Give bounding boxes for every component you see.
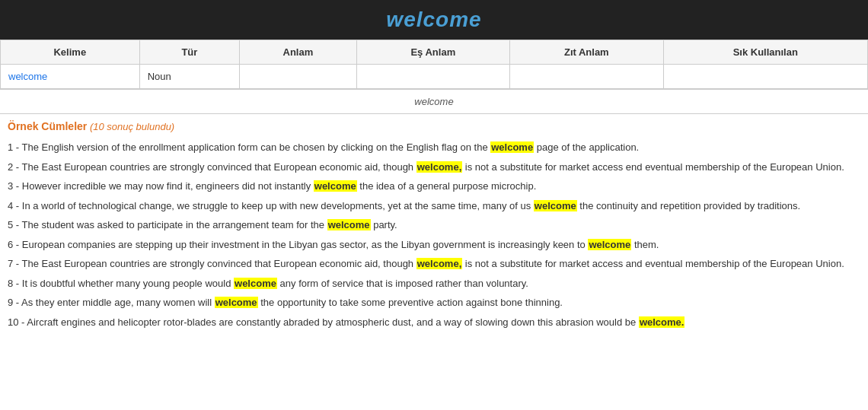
sentence-text: - European companies are stepping up the… [13,239,588,250]
table-header-row: Kelime Tür Anlam Eş Anlam Zıt Anlam Sık … [1,40,868,65]
examples-section: Örnek Cümleler (10 sonuç bulundu) 1 - Th… [0,114,868,340]
table-row: welcome Noun [1,65,868,89]
sentence-text: is not a substitute for market access an… [462,258,844,269]
sentence-text: any form of service that is imposed rath… [277,278,528,289]
col-anlam: Anlam [240,40,356,65]
sentence-item: 1 - The English version of the enrollmen… [8,140,860,155]
highlighted-word: welcome [215,297,258,308]
cell-word[interactable]: welcome [1,65,140,89]
sentence-text: the continuity and repetition provided b… [577,200,800,211]
sentence-text: - The East European countries are strong… [13,258,416,269]
sentence-text: - Aircraft engines and helicopter rotor-… [18,316,638,328]
cell-sik [663,65,867,89]
sentence-text: - The student was asked to participate i… [13,219,327,230]
col-tur: Tür [139,40,240,65]
sentence-item: 9 - As they enter middle age, many women… [8,295,860,310]
sentence-text: them. [631,239,659,250]
word-link[interactable]: welcome [8,71,47,82]
highlighted-word: welcome [314,180,357,192]
sentence-text: - However incredible we may now find it,… [13,180,314,192]
col-es-anlam: Eş Anlam [356,40,510,65]
sentence-item: 7 - The East European countries are stro… [8,256,860,272]
col-zit-anlam: Zıt Anlam [510,40,663,65]
sentence-item: 6 - European companies are stepping up t… [8,237,860,253]
sentence-text: the idea of a general purpose microchip. [357,180,537,192]
highlighted-word: welcome [588,239,631,250]
sentence-item: 10 - Aircraft engines and helicopter rot… [8,315,860,330]
col-kelime: Kelime [1,40,140,65]
highlighted-word: welcome [490,141,534,153]
sentence-text: the opportunity to take some preventive … [258,297,563,308]
sentence-text: is not a substitute for market access en… [462,161,844,173]
cell-es-anlam [356,65,510,89]
sentence-item: 3 - However incredible we may now find i… [8,179,860,194]
examples-title: Örnek Cümleler [8,120,87,132]
highlighted-word: welcome [534,200,577,211]
sentence-text: - As they enter middle age, many women w… [13,297,214,308]
word-table: Kelime Tür Anlam Eş Anlam Zıt Anlam Sık … [0,40,868,89]
sentence-text: - It is doubtful whether many young peop… [13,278,234,289]
cell-anlam [240,65,356,89]
examples-header: Örnek Cümleler (10 sonuç bulundu) [8,120,860,132]
page-title: welcome [0,8,868,32]
sentence-text: - In a world of technological change, we… [13,200,534,211]
cell-zit-anlam [510,65,663,89]
sentence-text: party. [371,219,397,230]
search-bar-row: welcome [0,89,868,114]
cell-type: Noun [139,65,240,89]
sentence-item: 2 - The East European countries are stro… [8,160,860,175]
sentence-text: page of the application. [534,141,639,153]
highlighted-word: welcome [234,278,277,289]
sentence-item: 5 - The student was asked to participate… [8,218,860,233]
search-value: welcome [414,96,453,107]
sentence-text: - The English version of the enrollment … [13,141,490,153]
sentence-text: - The East European countries are strong… [13,161,416,173]
highlighted-word: welcome, [416,161,463,173]
sentence-item: 8 - It is doubtful whether many young pe… [8,276,860,291]
highlighted-word: welcome, [416,258,463,269]
highlighted-word: welcome [327,219,371,230]
sentence-item: 4 - In a world of technological change, … [8,199,860,214]
highlighted-word: welcome. [639,316,685,328]
col-sik: Sık Kullanılan [663,40,867,65]
page-header: welcome [0,0,868,40]
sentence-number: 10 [8,316,18,328]
sentences-container: 1 - The English version of the enrollmen… [8,140,860,329]
examples-count: (10 sonuç bulundu) [90,121,174,132]
